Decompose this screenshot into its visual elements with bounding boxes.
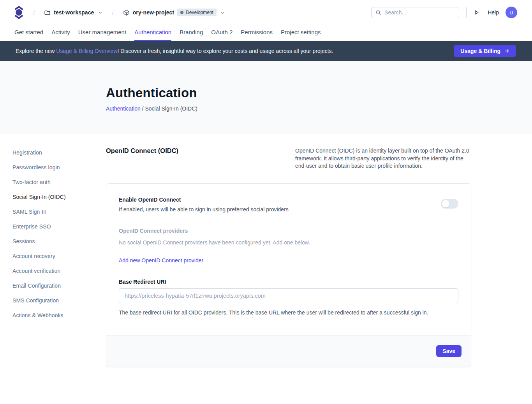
sidebar-item-account-recovery[interactable]: Account recovery	[12, 251, 94, 262]
folder-icon	[44, 9, 51, 16]
tab-authentication[interactable]: Authentication	[134, 25, 171, 41]
add-provider-link[interactable]: Add new OpenID Connect provider	[119, 257, 203, 263]
base-redirect-uri-input[interactable]	[119, 288, 458, 303]
page-hero: Authentication Authentication / Social S…	[0, 61, 532, 134]
sidebar-item-passwordless-login[interactable]: Passwordless login	[12, 162, 94, 173]
main-content: Registration Passwordless login Two-fact…	[0, 134, 532, 404]
usage-billing-banner: Explore the new Usage & Billing Overview…	[0, 41, 532, 61]
top-bar: / test-workspace / ory-new-project Devel…	[0, 0, 532, 25]
workspace-name: test-workspace	[54, 9, 94, 16]
providers-list-label: OpenID Connect providers	[119, 228, 458, 234]
help-link[interactable]: Help	[488, 9, 499, 16]
enable-oidc-toggle[interactable]	[441, 199, 458, 209]
section-description: OpenID Connect (OIDC) is an identity lay…	[295, 147, 471, 170]
base-redirect-uri-label: Base Redirect URI	[119, 279, 458, 285]
environment-badge: Development	[177, 9, 217, 16]
environment-dot-icon	[180, 11, 183, 14]
sidebar-item-social-sign-in[interactable]: Social Sign-In (OIDC)	[12, 191, 94, 202]
base-redirect-uri-help: The base redirect URI for all OIDC provi…	[119, 309, 458, 316]
providers-empty-text: No social OpenID Connect providers have …	[119, 239, 458, 246]
chevron-down-icon	[220, 10, 225, 15]
sidebar-item-enterprise-sso[interactable]: Enterprise SSO	[12, 221, 94, 232]
breadcrumb-current: Social Sign-In (OIDC)	[145, 105, 197, 112]
sidebar-item-registration[interactable]: Registration	[12, 147, 94, 158]
header-divider	[466, 7, 467, 18]
user-avatar[interactable]: U	[506, 7, 517, 18]
section-title: OpenID Connect (OIDC)	[106, 147, 178, 155]
settings-side-nav: Registration Passwordless login Two-fact…	[12, 147, 94, 325]
save-button[interactable]: Save	[436, 345, 462, 357]
oidc-settings-section: OpenID Connect (OIDC) OpenID Connect (OI…	[106, 134, 471, 367]
search-input[interactable]	[384, 9, 455, 16]
sidebar-item-saml-sign-in[interactable]: SAML Sign-In	[12, 206, 94, 217]
tab-user-management[interactable]: User management	[78, 25, 126, 41]
search-icon	[375, 10, 381, 16]
tab-activity[interactable]: Activity	[51, 25, 70, 41]
project-nav-tabs: Get started Activity User management Aut…	[0, 25, 532, 41]
sidebar-item-actions-webhooks[interactable]: Actions & Webhooks	[12, 310, 94, 321]
enable-oidc-row: Enable OpenID Connect If enabled, users …	[119, 197, 458, 213]
environment-badge-label: Development	[186, 10, 213, 15]
ory-logo[interactable]	[14, 5, 24, 19]
usage-billing-overview-link[interactable]: Usage & Billing Overview	[56, 48, 117, 54]
workspace-selector[interactable]: test-workspace	[44, 9, 102, 16]
project-selector[interactable]: ory-new-project Development	[123, 9, 225, 16]
tab-get-started[interactable]: Get started	[14, 25, 43, 41]
card-footer: Save	[106, 335, 471, 367]
section-header: OpenID Connect (OIDC) OpenID Connect (OI…	[106, 147, 471, 170]
play-icon[interactable]	[474, 9, 479, 16]
tab-oauth2[interactable]: OAuth 2	[211, 25, 233, 41]
banner-text: Explore the new Usage & Billing Overview…	[16, 48, 333, 54]
tab-branding[interactable]: Branding	[180, 25, 203, 41]
breadcrumb-separator: /	[112, 9, 114, 16]
project-name: ory-new-project	[133, 9, 174, 16]
package-icon	[123, 9, 130, 16]
tab-project-settings[interactable]: Project settings	[281, 25, 321, 41]
sidebar-item-account-verification[interactable]: Account verification	[12, 265, 94, 276]
chevron-down-icon	[98, 10, 103, 15]
breadcrumb-authentication-link[interactable]: Authentication	[106, 105, 141, 112]
search-box[interactable]	[371, 7, 459, 18]
sidebar-item-sessions[interactable]: Sessions	[12, 236, 94, 247]
sidebar-item-email-configuration[interactable]: Email Configuration	[12, 280, 94, 291]
sidebar-item-two-factor-auth[interactable]: Two-factor auth	[12, 177, 94, 188]
enable-oidc-description: If enabled, users will be able to sign i…	[119, 206, 289, 213]
oidc-settings-card: Enable OpenID Connect If enabled, users …	[106, 183, 471, 367]
usage-billing-button[interactable]: Usage & Billing	[454, 45, 516, 57]
oidc-card-body: Enable OpenID Connect If enabled, users …	[106, 184, 471, 335]
breadcrumb-separator: /	[33, 9, 35, 16]
toggle-knob	[442, 200, 449, 207]
tab-permissions[interactable]: Permissions	[241, 25, 273, 41]
sidebar-item-sms-configuration[interactable]: SMS Configuration	[12, 295, 94, 306]
page-title: Authentication	[106, 86, 532, 100]
breadcrumb: Authentication / Social Sign-In (OIDC)	[106, 105, 532, 112]
enable-oidc-label: Enable OpenID Connect	[119, 197, 289, 203]
arrow-right-icon	[504, 48, 510, 54]
